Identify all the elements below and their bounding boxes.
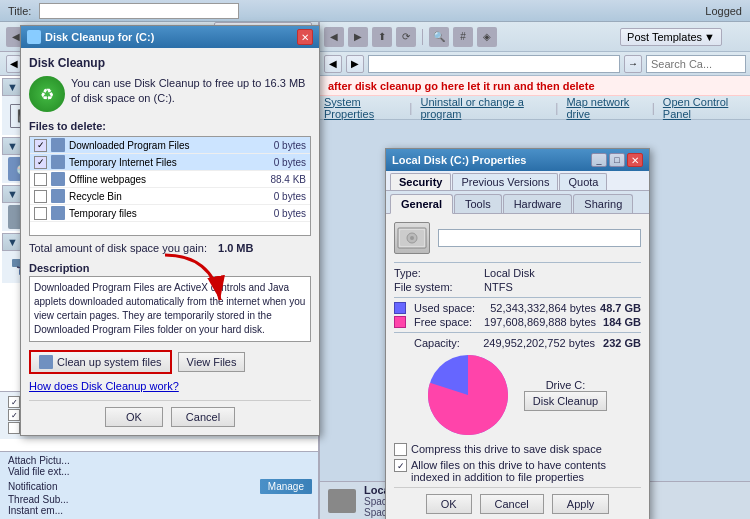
dc-cb-downloaded[interactable]: ✓ bbox=[34, 139, 47, 152]
dc-row-temp-internet[interactable]: ✓ Temporary Internet Files 0 bytes bbox=[30, 154, 310, 171]
logged-text: Logged bbox=[705, 5, 742, 17]
dc-view-files-button[interactable]: View Files bbox=[178, 352, 246, 372]
dc-row-icon-recycle bbox=[51, 189, 65, 203]
dc-cb-recycle[interactable] bbox=[34, 190, 47, 203]
dc-ok-button[interactable]: OK bbox=[105, 407, 163, 427]
dc-titlebar: Disk Cleanup for (C:) ✕ bbox=[21, 26, 319, 48]
ld-main-tabs: General Tools Hardware Sharing bbox=[386, 191, 649, 214]
dc-total-row: Total amount of disk space you gain: 1.0… bbox=[29, 242, 311, 254]
red-banner-text: after disk cleanup go here let it run an… bbox=[328, 80, 595, 92]
ld-maximize-button[interactable]: □ bbox=[609, 153, 625, 167]
ld-used-dot bbox=[394, 302, 406, 314]
ld-index-checkbox[interactable] bbox=[394, 459, 407, 472]
manage-row: Notification Manage bbox=[8, 479, 312, 494]
right-address-input[interactable] bbox=[368, 55, 620, 73]
dc-row-icon-temp-internet bbox=[51, 155, 65, 169]
cleanup-btn-icon bbox=[39, 355, 53, 369]
dc-row-name-downloaded: Downloaded Program Files bbox=[69, 140, 274, 151]
right-forward-button[interactable]: ▶ bbox=[346, 55, 364, 73]
dc-files-label: Files to delete: bbox=[29, 120, 311, 132]
nav-sep-3: | bbox=[652, 101, 655, 115]
ld-used-bytes: 52,343,332,864 bytes bbox=[484, 302, 596, 314]
right-go-button[interactable]: → bbox=[624, 55, 642, 73]
back-button[interactable]: ◀ bbox=[6, 55, 21, 73]
ld-pie-chart bbox=[428, 355, 508, 435]
dc-row-icon-temp-files bbox=[51, 206, 65, 220]
ld-tab-quota[interactable]: Quota bbox=[559, 173, 607, 190]
title-input[interactable] bbox=[39, 3, 239, 19]
ld-ok-button[interactable]: OK bbox=[426, 494, 472, 514]
local-disk-properties-window: Local Disk (C:) Properties _ □ ✕ Securit… bbox=[385, 148, 650, 519]
dc-cb-temp-files[interactable] bbox=[34, 207, 47, 220]
ld-tab-tools[interactable]: Tools bbox=[454, 194, 502, 213]
ld-cancel-button[interactable]: Cancel bbox=[480, 494, 544, 514]
ld-compress-checkbox[interactable] bbox=[394, 443, 407, 456]
dc-help-link[interactable]: How does Disk Cleanup work? bbox=[29, 380, 311, 392]
ld-disk-cleanup-button[interactable]: Disk Cleanup bbox=[524, 391, 607, 411]
show-you-checkbox[interactable] bbox=[8, 396, 20, 408]
ld-cap-gb: 232 GB bbox=[603, 337, 641, 349]
dc-row-recycle[interactable]: Recycle Bin 0 bytes bbox=[30, 188, 310, 205]
ld-cap-label: Capacity: bbox=[414, 337, 483, 349]
right-tb-icon-2[interactable]: ▶ bbox=[348, 27, 368, 47]
dc-title: Disk Cleanup for (C:) bbox=[27, 30, 154, 44]
dc-desc-label: Description bbox=[29, 262, 311, 274]
dc-row-temp-files[interactable]: Temporary files 0 bytes bbox=[30, 205, 310, 222]
ld-tab-general[interactable]: General bbox=[390, 194, 453, 214]
dc-row-downloaded[interactable]: ✓ Downloaded Program Files 0 bytes bbox=[30, 137, 310, 154]
dc-files-list[interactable]: ✓ Downloaded Program Files 0 bytes ✓ Tem… bbox=[29, 136, 311, 236]
ld-titlebar: Local Disk (C:) Properties _ □ ✕ bbox=[386, 149, 649, 171]
dc-cb-temp-internet[interactable]: ✓ bbox=[34, 156, 47, 169]
dc-cb-offline[interactable] bbox=[34, 173, 47, 186]
ld-tab-security[interactable]: Security bbox=[390, 173, 451, 190]
ld-type-row: Type: Local Disk bbox=[394, 267, 641, 279]
ld-index-label: Allow files on this drive to have conten… bbox=[411, 459, 641, 483]
manage-button[interactable]: Manage bbox=[260, 479, 312, 494]
dc-row-name-offline: Offline webpages bbox=[69, 174, 270, 185]
right-post-templates-button[interactable]: Post Templates ▼ bbox=[620, 28, 722, 46]
ld-tab-sharing[interactable]: Sharing bbox=[573, 194, 633, 213]
nav-control-panel[interactable]: Open Control Panel bbox=[663, 96, 746, 120]
attach-picture-label: Attach Pictu... bbox=[8, 455, 312, 466]
dc-row-offline[interactable]: Offline webpages 88.4 KB bbox=[30, 171, 310, 188]
right-tb-icon-1[interactable]: ◀ bbox=[324, 27, 344, 47]
ld-tab-prev-versions[interactable]: Previous Versions bbox=[452, 173, 558, 190]
dc-total-amount: 1.0 MB bbox=[218, 242, 253, 254]
ld-minimize-button[interactable]: _ bbox=[591, 153, 607, 167]
right-tb-icon-4[interactable]: ⟳ bbox=[396, 27, 416, 47]
instant-em-label: Instant em... bbox=[8, 505, 312, 516]
disable-checkbox[interactable] bbox=[8, 422, 20, 434]
nav-bar: System Properties | Uninstall or change … bbox=[320, 96, 750, 120]
automatic-checkbox[interactable] bbox=[8, 409, 20, 421]
ld-sub-tabs: Security Previous Versions Quota bbox=[386, 171, 649, 191]
right-tb-icon-3[interactable]: ⬆ bbox=[372, 27, 392, 47]
ld-apply-button[interactable]: Apply bbox=[552, 494, 610, 514]
ld-free-bytes: 197,608,869,888 bytes bbox=[484, 316, 596, 328]
ld-compress-label: Compress this drive to save disk space bbox=[411, 443, 602, 455]
dc-row-name-temp-internet: Temporary Internet Files bbox=[69, 157, 274, 168]
right-search-input[interactable] bbox=[646, 55, 746, 73]
dc-cleanup-system-button[interactable]: Clean up system files bbox=[29, 350, 172, 374]
bottom-drive-icon bbox=[328, 489, 356, 513]
ld-used-label: Used space: bbox=[414, 302, 480, 314]
right-post-templates-label: Post Templates bbox=[627, 31, 702, 43]
right-tb-icon-5[interactable]: 🔍 bbox=[429, 27, 449, 47]
dc-title-icon bbox=[27, 30, 41, 44]
ld-space-grid: Used space: 52,343,332,864 bytes 48.7 GB… bbox=[394, 302, 641, 328]
nav-uninstall[interactable]: Uninstall or change a program bbox=[420, 96, 547, 120]
nav-map-drive[interactable]: Map network drive bbox=[566, 96, 643, 120]
right-back-button[interactable]: ◀ bbox=[324, 55, 342, 73]
ld-chart-area: Drive C: Disk Cleanup bbox=[394, 355, 641, 435]
ld-tab-hardware[interactable]: Hardware bbox=[503, 194, 573, 213]
dc-cancel-button[interactable]: Cancel bbox=[171, 407, 235, 427]
nav-system-properties[interactable]: System Properties bbox=[324, 96, 401, 120]
ld-drive-label-input[interactable] bbox=[438, 229, 641, 247]
valid-file-label: Valid file ext... bbox=[8, 466, 312, 477]
ld-close-button[interactable]: ✕ bbox=[627, 153, 643, 167]
right-tb-icon-6[interactable]: # bbox=[453, 27, 473, 47]
ld-drive-icon bbox=[394, 222, 430, 254]
title-label: Title: bbox=[8, 5, 31, 17]
ld-fs-value: NTFS bbox=[484, 281, 513, 293]
dc-close-button[interactable]: ✕ bbox=[297, 29, 313, 45]
right-tb-icon-7[interactable]: ◈ bbox=[477, 27, 497, 47]
